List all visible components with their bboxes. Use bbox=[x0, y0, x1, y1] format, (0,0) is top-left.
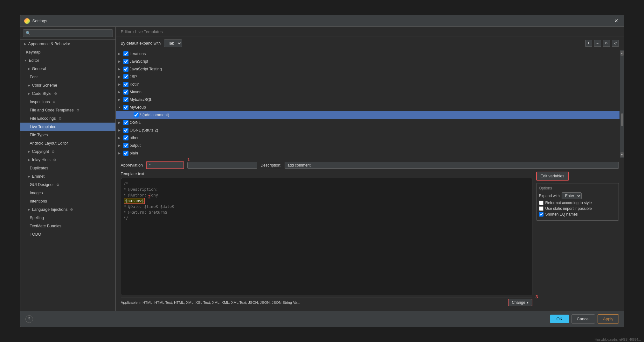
template-checkbox[interactable] bbox=[123, 74, 128, 79]
shorten-eq-checkbox[interactable] bbox=[539, 212, 544, 217]
sidebar-item-editor[interactable]: ▼ Editor bbox=[20, 56, 115, 65]
apply-button[interactable]: Apply bbox=[598, 314, 619, 324]
template-item-add-comment[interactable]: * (add comment) bbox=[116, 111, 620, 119]
edit-variables-button[interactable]: Edit variables bbox=[536, 172, 569, 181]
change-button[interactable]: Change ▾ bbox=[508, 299, 532, 306]
code-line-1: /* bbox=[124, 181, 530, 187]
sidebar-item-label: GUI Designer bbox=[30, 182, 54, 187]
template-checkbox[interactable] bbox=[123, 120, 128, 125]
add-button[interactable]: + bbox=[585, 40, 592, 47]
annotation-3: 3 bbox=[536, 294, 538, 299]
template-checkbox[interactable] bbox=[123, 89, 128, 95]
template-checkbox[interactable] bbox=[123, 51, 128, 56]
expand-arrow-icon: ▶ bbox=[118, 98, 122, 101]
template-item-kotlin[interactable]: ▶ Kotlin bbox=[116, 81, 620, 88]
sidebar-item-duplicates[interactable]: Duplicates bbox=[20, 164, 115, 172]
template-checkbox[interactable] bbox=[123, 59, 128, 64]
sidebar-item-copyright[interactable]: ▶ Copyright ⚙ bbox=[20, 147, 115, 156]
sidebar-item-textmate-bundles[interactable]: TextMate Bundles bbox=[20, 222, 115, 230]
template-label: Kotlin bbox=[130, 82, 140, 87]
sidebar-item-spelling[interactable]: Spelling bbox=[20, 214, 115, 222]
expand-label: By default expand with bbox=[121, 41, 161, 46]
sidebar-item-android-layout-editor[interactable]: Android Layout Editor bbox=[20, 139, 115, 147]
sidebar-item-appearance[interactable]: ▶ Appearance & Behavior bbox=[20, 40, 115, 48]
scroll-up-button[interactable]: ▲ bbox=[620, 51, 624, 56]
edit-area: Abbreviation 1 Description: Template tex… bbox=[116, 158, 624, 311]
template-checkbox[interactable] bbox=[123, 82, 128, 87]
template-item-jsp[interactable]: ▶ JSP bbox=[116, 73, 620, 81]
abbreviation-extra-input[interactable] bbox=[187, 162, 257, 169]
sidebar-item-inlay-hints[interactable]: ▶ Inlay Hints ⚙ bbox=[20, 156, 115, 164]
template-item-mybatis-sql[interactable]: ▶ Mybatis/SQL bbox=[116, 96, 620, 103]
template-item-javascript[interactable]: ▶ JavaScript bbox=[116, 58, 620, 65]
description-input[interactable] bbox=[285, 162, 619, 169]
template-text-label: Template text: bbox=[121, 172, 532, 176]
ok-button[interactable]: OK bbox=[550, 315, 569, 323]
template-label: OGNL (Struts 2) bbox=[130, 128, 158, 132]
sidebar-item-font[interactable]: Font bbox=[20, 73, 115, 81]
sync-icon: ⚙ bbox=[76, 108, 80, 112]
code-line-3: * @Author: Tony bbox=[124, 192, 530, 198]
scroll-thumb[interactable] bbox=[621, 113, 623, 126]
expand-arrow-icon: ▶ bbox=[118, 90, 122, 94]
cancel-button[interactable]: Cancel bbox=[571, 314, 595, 324]
template-checkbox[interactable] bbox=[123, 97, 128, 102]
expand-arrow-icon: ▶ bbox=[118, 136, 122, 139]
sidebar-item-inspections[interactable]: Inspections ⚙ bbox=[20, 98, 115, 106]
template-item-javascript-testing[interactable]: ▶ JavaScript Testing bbox=[116, 65, 620, 73]
template-item-ognl-struts2[interactable]: ▶ OGNL (Struts 2) bbox=[116, 126, 620, 134]
template-checkbox[interactable] bbox=[123, 135, 128, 140]
sidebar-item-code-style[interactable]: ▶ Code Style ⚙ bbox=[20, 89, 115, 98]
sync-icon: ⚙ bbox=[69, 207, 74, 212]
sidebar-item-images[interactable]: Images bbox=[20, 189, 115, 197]
template-item-maven[interactable]: ▶ Maven bbox=[116, 88, 620, 96]
sidebar-item-intentions[interactable]: Intentions bbox=[20, 197, 115, 205]
help-button[interactable]: ? bbox=[25, 315, 33, 323]
template-item-iterations[interactable]: ▶ iterations bbox=[116, 50, 620, 58]
static-import-checkbox[interactable] bbox=[539, 206, 544, 211]
close-button[interactable]: ✕ bbox=[612, 17, 620, 25]
sidebar-item-color-scheme[interactable]: ▶ Color Scheme bbox=[20, 81, 115, 89]
arrow-icon: ▶ bbox=[28, 92, 30, 95]
template-checkbox[interactable] bbox=[123, 105, 128, 110]
sidebar-item-todo[interactable]: TODO bbox=[20, 230, 115, 239]
arrow-icon: ▶ bbox=[28, 208, 30, 211]
sidebar-item-general[interactable]: ▶ General bbox=[20, 65, 115, 73]
sidebar-item-keymap[interactable]: Keymap bbox=[20, 48, 115, 56]
sidebar-item-emmet[interactable]: ▶ Emmet bbox=[20, 172, 115, 181]
scroll-down-button[interactable]: ▼ bbox=[620, 152, 624, 157]
expand-arrow-icon: ▼ bbox=[118, 106, 122, 109]
remove-button[interactable]: − bbox=[594, 40, 601, 47]
template-text-right: Edit variables 4 Options Expand with Ent… bbox=[536, 172, 619, 308]
sidebar-item-gui-designer[interactable]: GUI Designer ⚙ bbox=[20, 181, 115, 189]
sidebar-item-live-templates[interactable]: Live Templates bbox=[20, 123, 115, 131]
sidebar-item-label: Images bbox=[30, 191, 43, 195]
template-checkbox[interactable] bbox=[123, 128, 128, 133]
expand-with-select[interactable]: Enter bbox=[562, 192, 582, 199]
template-item-mygroup[interactable]: ▼ MyGroup bbox=[116, 103, 620, 111]
template-checkbox[interactable] bbox=[123, 67, 128, 72]
template-item-ognl[interactable]: ▶ OGNL bbox=[116, 119, 620, 126]
expand-arrow-icon: ▶ bbox=[118, 75, 122, 78]
template-item-react[interactable]: ▶ React bbox=[116, 157, 620, 158]
copy-button[interactable]: ⧉ bbox=[603, 40, 610, 47]
sidebar-item-file-types[interactable]: File Types bbox=[20, 131, 115, 139]
abbreviation-input[interactable] bbox=[146, 161, 184, 169]
expand-select[interactable]: Tab bbox=[164, 39, 182, 47]
url-bar: https://blog.csdn.net/GS_40824... bbox=[594, 338, 641, 341]
reformat-checkbox[interactable] bbox=[539, 201, 544, 205]
expand-with-label: Expand with bbox=[539, 194, 560, 198]
sidebar-item-language-injections[interactable]: ▶ Language Injections ⚙ bbox=[20, 205, 115, 214]
template-checkbox[interactable] bbox=[123, 143, 128, 148]
template-item-plain[interactable]: ▶ plain bbox=[116, 149, 620, 157]
template-item-output[interactable]: ▶ output bbox=[116, 142, 620, 149]
template-item-other[interactable]: ▶ other bbox=[116, 134, 620, 142]
shorten-eq-row: Shorten EQ names bbox=[539, 212, 616, 217]
sidebar-item-file-code-templates[interactable]: File and Code Templates ⚙ bbox=[20, 106, 115, 114]
undo-button[interactable]: ↺ bbox=[612, 40, 619, 47]
template-checkbox[interactable] bbox=[123, 151, 128, 156]
search-input[interactable] bbox=[23, 29, 113, 37]
scrollbar[interactable]: ▲ ▼ bbox=[620, 50, 624, 158]
template-checkbox[interactable] bbox=[134, 112, 139, 118]
sidebar-item-file-encodings[interactable]: File Encodings ⚙ bbox=[20, 114, 115, 123]
